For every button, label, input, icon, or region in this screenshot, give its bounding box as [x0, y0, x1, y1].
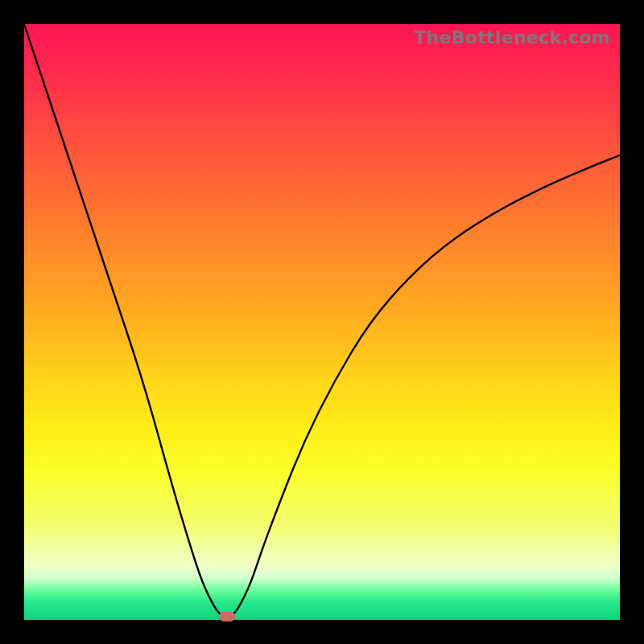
bottleneck-curve — [24, 24, 620, 620]
plot-area: TheBottleneck.com — [24, 24, 620, 620]
optimum-marker — [219, 612, 235, 621]
chart-frame: TheBottleneck.com — [0, 0, 644, 644]
